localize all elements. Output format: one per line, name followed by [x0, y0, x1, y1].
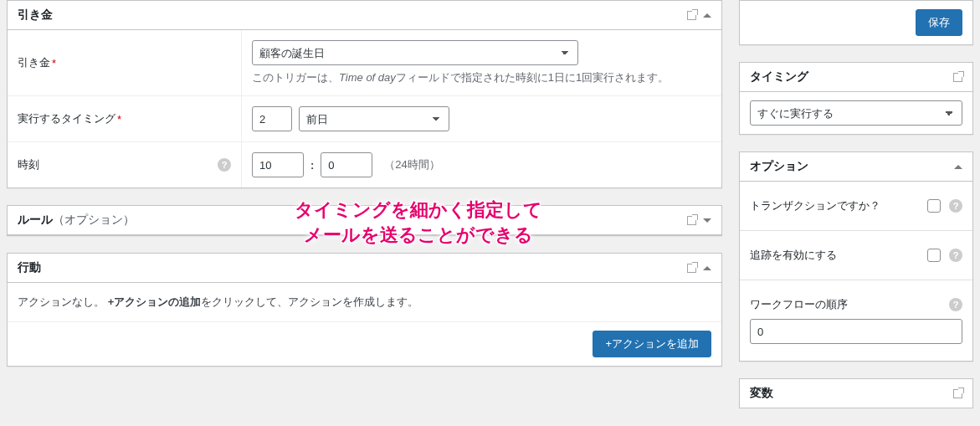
chevron-up-icon[interactable]: [703, 13, 711, 18]
help-icon[interactable]: ?: [949, 298, 962, 311]
actions-panel-header[interactable]: 行動: [8, 254, 721, 283]
divider: [740, 230, 972, 231]
transactional-label: トランザクションですか？: [750, 198, 880, 213]
time-hint: （24時間）: [384, 157, 439, 172]
actions-panel-title: 行動: [18, 260, 41, 275]
time-hour-input[interactable]: [252, 152, 304, 177]
help-icon[interactable]: ?: [949, 199, 962, 213]
timing-select[interactable]: すぐに実行する: [750, 100, 962, 126]
add-action-button[interactable]: +アクションを追加: [593, 331, 711, 357]
timing-label: 実行するタイミング*: [8, 96, 242, 141]
trigger-label: 引き金*: [8, 30, 242, 95]
rules-panel-title: ルール（オプション）: [18, 213, 135, 228]
external-link-icon[interactable]: [953, 73, 962, 82]
divider: [740, 280, 972, 280]
save-button[interactable]: 保存: [916, 9, 962, 36]
time-label: 時刻 ?: [8, 142, 242, 187]
time-minute-input[interactable]: [321, 152, 372, 177]
trigger-panel: 引き金 引き金* 顧客の誕生日 このトリガーは、T: [7, 0, 722, 188]
chevron-up-icon[interactable]: [954, 165, 962, 169]
trigger-panel-header[interactable]: 引き金: [8, 1, 721, 30]
timing-unit-select[interactable]: 前日: [299, 106, 449, 131]
external-link-icon[interactable]: [687, 216, 696, 225]
variables-panel: 変数: [739, 378, 973, 408]
save-panel: 保存: [739, 0, 973, 45]
external-link-icon[interactable]: [687, 264, 696, 273]
trigger-select[interactable]: 顧客の誕生日: [252, 40, 578, 65]
timing-panel-title: タイミング: [750, 69, 808, 85]
order-label: ワークフローの順序: [750, 297, 848, 312]
options-panel-title: オプション: [750, 159, 808, 174]
options-panel-header[interactable]: オプション: [740, 152, 972, 182]
timing-panel-header[interactable]: タイミング: [740, 63, 972, 92]
chevron-down-icon[interactable]: [703, 218, 711, 223]
external-link-icon[interactable]: [953, 389, 962, 398]
rules-panel-header[interactable]: ルール（オプション）: [8, 206, 721, 235]
variables-panel-title: 変数: [750, 386, 773, 401]
rules-panel: ルール（オプション）: [7, 205, 722, 236]
tracking-label: 追跡を有効にする: [750, 248, 837, 263]
chevron-up-icon[interactable]: [703, 266, 711, 270]
actions-panel: 行動 アクションなし。 +アクションの追加をクリックして、アクションを作成します…: [7, 253, 722, 367]
options-panel: オプション トランザクションですか？ ? 追跡を有効にする: [739, 151, 973, 362]
actions-empty-text: アクションなし。 +アクションの追加をクリックして、アクションを作成します。: [8, 283, 721, 321]
help-icon[interactable]: ?: [949, 249, 962, 262]
tracking-checkbox[interactable]: [927, 249, 941, 262]
order-input[interactable]: [750, 319, 962, 344]
help-icon[interactable]: ?: [218, 158, 231, 172]
timing-number-input[interactable]: [252, 106, 292, 131]
time-colon: :: [310, 159, 314, 172]
transactional-checkbox[interactable]: [927, 199, 941, 213]
trigger-panel-title: 引き金: [18, 8, 53, 23]
variables-panel-header[interactable]: 変数: [740, 379, 972, 408]
trigger-description: このトリガーは、Time of dayフィールドで指定された時刻に1日に1回実行…: [252, 70, 711, 85]
timing-panel: タイミング すぐに実行する: [739, 62, 973, 135]
external-link-icon[interactable]: [687, 11, 696, 20]
